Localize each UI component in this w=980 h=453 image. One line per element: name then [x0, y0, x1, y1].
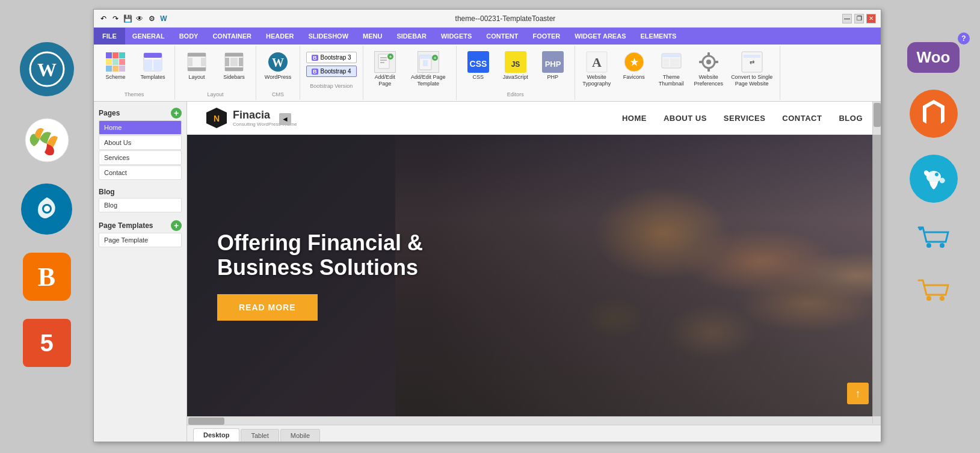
html5-icon[interactable]: 5 [23, 319, 71, 367]
svg-point-6 [935, 173, 938, 176]
svg-rect-17 [188, 53, 206, 57]
menu-container[interactable]: CONTAINER [205, 28, 259, 45]
theme-thumbnail-label: Theme Thumbnail [655, 74, 688, 87]
svg-rect-52 [663, 58, 669, 67]
tab-mobile[interactable]: Mobile [280, 429, 320, 442]
joomla-icon[interactable] [21, 114, 72, 165]
svg-text:★: ★ [630, 57, 639, 67]
add-page-button[interactable]: + [171, 108, 182, 119]
opencart-icon[interactable] [910, 155, 958, 203]
menu-body[interactable]: BODY [172, 28, 206, 45]
ribbon-group-cms: W WordPress CMS [256, 46, 300, 100]
php-button[interactable]: PHP PHP [535, 48, 571, 89]
bootstrap3-button[interactable]: B Bootstrap 3 [306, 52, 357, 63]
sidebar-item-contact[interactable]: Contact [99, 165, 182, 180]
bootstrap4-button[interactable]: B Bootstrap 4 [306, 66, 357, 77]
title-bar-controls: — ❐ ✕ [842, 14, 876, 23]
woocommerce-icon[interactable]: Woo [907, 42, 960, 73]
javascript-label: JavaScript [503, 74, 528, 81]
svg-text:W: W [37, 59, 57, 81]
css-label: CSS [472, 74, 484, 81]
css-icon: CSS [467, 51, 489, 73]
preview-hscroll-thumb[interactable] [188, 418, 224, 425]
svg-point-9 [919, 227, 922, 230]
svg-rect-25 [239, 58, 243, 66]
scroll-to-top-button[interactable]: ↑ [847, 383, 869, 404]
menu-content[interactable]: CONTENT [479, 28, 525, 45]
menu-elements[interactable]: ELEMENTS [633, 28, 683, 45]
svg-text:JS: JS [511, 60, 520, 69]
tab-desktop[interactable]: Desktop [193, 428, 239, 442]
menu-general[interactable]: GENERAL [125, 28, 172, 45]
magento-icon[interactable] [910, 90, 958, 138]
menu-bar: FILE GENERAL BODY CONTAINER HEADER SLIDE… [94, 28, 881, 45]
save-icon[interactable]: 💾 [123, 14, 132, 23]
close-button[interactable]: ✕ [866, 14, 876, 23]
tab-tablet[interactable]: Tablet [241, 429, 279, 442]
website-typography-button[interactable]: A Website Typography [579, 48, 615, 89]
drupal-icon[interactable] [21, 183, 72, 235]
javascript-button[interactable]: JS JavaScript [498, 48, 534, 89]
pages-label: Pages [99, 109, 120, 117]
wordpress-button[interactable]: W WordPress [260, 48, 296, 89]
undo-icon[interactable]: ↶ [99, 14, 108, 23]
menu-header[interactable]: HEADER [259, 28, 301, 45]
menu-slideshow[interactable]: SLIDESHOW [301, 28, 356, 45]
add-edit-template-button[interactable]: + Add/Edit Page Template [404, 48, 452, 89]
view-tabs: Desktop Tablet Mobile [187, 425, 881, 442]
cart-icon-1[interactable] [910, 220, 958, 256]
convert-button[interactable]: ⇄ Convert to Single Page Website [728, 48, 776, 89]
theme-thumbnail-button[interactable]: Theme Thumbnail [653, 48, 689, 89]
svg-rect-51 [662, 54, 681, 57]
sidebar-collapse-button[interactable]: ◄ [279, 113, 291, 125]
website-preferences-button[interactable]: Website Preferences [691, 48, 727, 89]
minimize-button[interactable]: — [842, 14, 852, 23]
layout-button[interactable]: Layout [179, 48, 215, 89]
logo-icon: N [205, 106, 228, 129]
favicons-button[interactable]: ★ Favicons [616, 48, 652, 89]
preview-hscrollbar[interactable] [187, 416, 881, 425]
sidebar-item-blog[interactable]: Blog [99, 198, 182, 212]
menu-sidebar[interactable]: SIDEBAR [389, 28, 434, 45]
nav-blog[interactable]: BLOG [839, 114, 863, 123]
info-button[interactable]: ? [958, 32, 970, 45]
layout-label: Layout [188, 74, 205, 81]
sidebar-item-about[interactable]: About Us [99, 135, 182, 150]
restore-button[interactable]: ❐ [854, 14, 864, 23]
svg-rect-59 [715, 61, 718, 63]
nav-services[interactable]: SERVICES [724, 114, 766, 123]
settings-icon[interactable]: ⚙ [147, 14, 156, 23]
nav-contact[interactable]: CONTACT [782, 114, 822, 123]
templates-button[interactable]: Templates [135, 48, 171, 89]
add-edit-page-button[interactable]: + Add/Edit Page [367, 48, 403, 89]
svg-text:+: + [433, 55, 436, 61]
wordpress-icon[interactable]: W [20, 42, 74, 96]
preview-vscroll-thumb[interactable] [874, 103, 881, 127]
website-preferences-label: Website Preferences [692, 74, 725, 87]
ribbon-group-editors: CSS CSS JS JavaScript [457, 46, 575, 100]
sidebar-item-services[interactable]: Services [99, 150, 182, 165]
cart-icon-2[interactable] [910, 273, 958, 309]
svg-rect-36 [419, 55, 431, 59]
nav-home[interactable]: HOME [622, 114, 647, 123]
scheme-button[interactable]: Scheme [97, 48, 134, 89]
hero-cta-button[interactable]: READ MORE [217, 294, 318, 321]
scheme-icon [105, 51, 126, 73]
blogger-icon[interactable]: B [23, 253, 71, 301]
css-button[interactable]: CSS CSS [460, 48, 496, 89]
title-bar-left: ↶ ↷ 💾 👁 ⚙ W [99, 14, 168, 23]
add-page-template-button[interactable]: + [171, 220, 182, 231]
menu-widget-areas[interactable]: WIDGET AREAS [567, 28, 633, 45]
sidebars-button[interactable]: Sidebars [216, 48, 252, 89]
menu-footer[interactable]: FOOTER [525, 28, 567, 45]
sidebar-item-page-template[interactable]: Page Template [99, 233, 182, 247]
svg-text:W: W [272, 56, 284, 69]
sidebar-item-home[interactable]: Home [99, 120, 182, 135]
preview-icon[interactable]: 👁 [135, 14, 144, 23]
redo-icon[interactable]: ↷ [111, 14, 120, 23]
menu-menu[interactable]: MENU [356, 28, 389, 45]
svg-point-7 [926, 243, 931, 248]
menu-widgets[interactable]: WIDGETS [434, 28, 479, 45]
nav-about[interactable]: ABOUT US [664, 114, 707, 123]
menu-file[interactable]: FILE [94, 28, 125, 45]
